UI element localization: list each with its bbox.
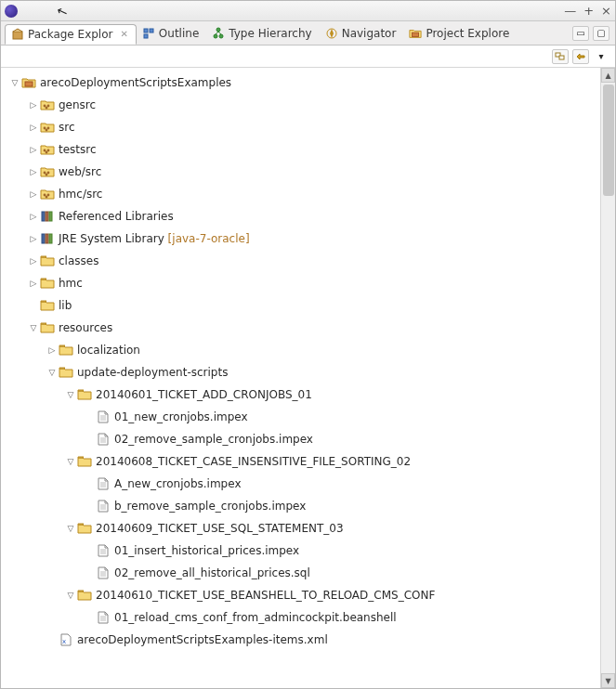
expand-twisty-icon[interactable]: ▷	[27, 235, 40, 243]
tree-node-label: JRE System Library [java-7-oracle]	[59, 233, 250, 244]
tree-node[interactable]: ▷web/src	[5, 161, 600, 183]
tree-node[interactable]: ▷Referenced Libraries	[5, 205, 600, 228]
tree-node-label: arecoDeploymentScriptsExamples-items.xml	[77, 634, 328, 645]
expand-twisty-icon[interactable]: ▽	[64, 525, 77, 533]
tree-node[interactable]: 02_remove_sample_cronjobs.impex	[5, 428, 600, 450]
tree-node-label: classes	[59, 255, 98, 266]
expand-twisty-icon[interactable]: ▷	[27, 257, 40, 266]
tree-node-label: 01_new_cronjobs.impex	[114, 411, 248, 422]
tab-navigator[interactable]: Navigator	[320, 23, 404, 44]
scroll-down-button[interactable]: ▼	[601, 673, 615, 688]
tree-node[interactable]: ▽arecoDeploymentScriptsExamples	[5, 72, 600, 94]
tree-node[interactable]: 02_remove_all_historical_prices.sql	[5, 562, 600, 584]
collapse-all-button[interactable]	[552, 49, 569, 64]
tree-node[interactable]: ▽resources	[5, 317, 600, 339]
tree-node[interactable]: arecoDeploymentScriptsExamples-items.xml	[5, 629, 600, 651]
tree-node[interactable]: b_remove_sample_cronjobs.impex	[5, 495, 600, 517]
tree-node-label: web/src	[59, 166, 101, 177]
tree-node[interactable]: lib	[5, 294, 600, 317]
tree-node[interactable]: ▷gensrc	[5, 94, 600, 116]
maximize-view-button[interactable]: ▢	[593, 26, 609, 41]
tab-type-hierarchy[interactable]: Type Hierarchy	[206, 23, 319, 44]
tab-label: Outline	[159, 27, 199, 40]
link-with-editor-button[interactable]	[572, 49, 589, 64]
tab-label: Navigator	[342, 27, 397, 40]
expand-twisty-icon[interactable]: ▽	[64, 458, 77, 466]
svg-rect-1	[559, 56, 564, 59]
view-toolbar: ▾	[1, 46, 615, 68]
tree-node-label: 20140609_TICKET_USE_SQL_STATEMENT_03	[96, 523, 344, 534]
expand-twisty-icon[interactable]: ▷	[27, 168, 40, 176]
expand-twisty-icon[interactable]: ▷	[27, 124, 40, 132]
tree-node[interactable]: ▷src	[5, 116, 600, 138]
tree-node[interactable]: 01_new_cronjobs.impex	[5, 406, 600, 428]
tree-node-label: hmc/src	[59, 188, 102, 200]
expand-twisty-icon[interactable]: ▽	[46, 369, 59, 377]
scroll-up-button[interactable]: ▲	[601, 68, 615, 83]
typeh-icon	[212, 27, 225, 40]
tree-node-label: testsrc	[59, 144, 97, 155]
titlebar[interactable]: ↖ — + ×	[1, 1, 615, 21]
expand-twisty-icon[interactable]: ▷	[27, 213, 40, 221]
expand-twisty-icon[interactable]: ▷	[27, 146, 40, 154]
tree-node[interactable]: ▷localization	[5, 339, 600, 361]
maximize-button[interactable]: +	[583, 4, 594, 18]
folder-icon	[40, 320, 55, 335]
minimize-view-button[interactable]: ▭	[572, 26, 589, 41]
project-icon	[409, 27, 422, 40]
tree-node-label: src	[59, 122, 75, 133]
tree-node[interactable]: ▷classes	[5, 250, 600, 272]
tree-node-label: 01_reload_cms_conf_from_admincockpit.bea…	[114, 612, 397, 623]
tree-node-label: Referenced Libraries	[59, 211, 174, 222]
tree-node[interactable]: 01_reload_cms_conf_from_admincockpit.bea…	[5, 606, 600, 629]
tree-node[interactable]: ▽20140601_TICKET_ADD_CRONJOBS_01	[5, 384, 600, 406]
tab-package-explor[interactable]: Package Explor✕	[5, 24, 137, 45]
eclipse-app-icon	[5, 5, 18, 18]
tree-node[interactable]: ▽20140609_TICKET_USE_SQL_STATEMENT_03	[5, 517, 600, 540]
minimize-button[interactable]: —	[564, 4, 576, 18]
tree-node[interactable]: ▷JRE System Library [java-7-oracle]	[5, 228, 600, 250]
tree-node[interactable]: 01_insert_historical_prices.impex	[5, 540, 600, 562]
tree-node-label: arecoDeploymentScriptsExamples	[40, 77, 231, 88]
tab-label: Package Explor	[28, 28, 112, 41]
tree-node[interactable]: ▷testsrc	[5, 138, 600, 161]
tree-node-label: gensrc	[59, 99, 96, 110]
window-controls: — + ×	[564, 4, 611, 18]
tree-node-label: 20140601_TICKET_ADD_CRONJOBS_01	[96, 389, 312, 400]
package-icon	[11, 28, 24, 41]
eclipse-window: ↖ — + × Package Explor✕OutlineType Hiera…	[0, 0, 616, 689]
tree-node-label: 01_insert_historical_prices.impex	[114, 545, 299, 556]
tree-node[interactable]: ▷hmc	[5, 272, 600, 294]
file-icon	[96, 610, 111, 625]
project-icon	[21, 75, 36, 90]
expand-twisty-icon[interactable]: ▽	[64, 391, 77, 399]
content-area: ▽arecoDeploymentScriptsExamples▷gensrc▷s…	[1, 68, 615, 688]
outline-icon	[142, 27, 155, 40]
expand-twisty-icon[interactable]: ▷	[27, 280, 40, 288]
tab-project-explore[interactable]: Project Explore	[403, 23, 517, 44]
tree-node[interactable]: ▽20140608_TICKET_CASE_INSENSITIVE_FILE_S…	[5, 450, 600, 473]
tree-node[interactable]: ▽20140610_TICKET_USE_BEANSHELL_TO_RELOAD…	[5, 584, 600, 606]
view-tabs: Package Explor✕OutlineType HierarchyNavi…	[1, 21, 615, 46]
close-button[interactable]: ×	[601, 4, 611, 18]
tabstrip-tools: ▭ ▢	[572, 26, 615, 41]
view-menu-button[interactable]: ▾	[593, 49, 609, 64]
expand-twisty-icon[interactable]: ▷	[27, 190, 40, 199]
expand-twisty-icon[interactable]: ▽	[27, 324, 40, 332]
tree-node[interactable]: A_new_cronjobs.impex	[5, 473, 600, 495]
expand-twisty-icon[interactable]: ▽	[8, 79, 21, 87]
tab-outline[interactable]: Outline	[137, 23, 206, 44]
tree-node-label: 02_remove_sample_cronjobs.impex	[114, 434, 313, 445]
expand-twisty-icon[interactable]: ▷	[27, 101, 40, 110]
package-explorer-tree[interactable]: ▽arecoDeploymentScriptsExamples▷gensrc▷s…	[1, 68, 600, 688]
close-tab-icon[interactable]: ✕	[120, 29, 127, 39]
tree-node[interactable]: ▽update-deployment-scripts	[5, 361, 600, 384]
tree-node-label: 20140608_TICKET_CASE_INSENSITIVE_FILE_SO…	[96, 456, 411, 467]
tab-label: Project Explore	[426, 27, 509, 40]
vertical-scrollbar[interactable]: ▲ ▼	[600, 68, 615, 688]
tree-node-label: 20140610_TICKET_USE_BEANSHELL_TO_RELOAD_…	[96, 590, 435, 601]
expand-twisty-icon[interactable]: ▷	[46, 346, 59, 355]
scroll-thumb[interactable]	[603, 84, 614, 196]
tree-node[interactable]: ▷hmc/src	[5, 183, 600, 205]
cursor-icon: ↖	[55, 2, 70, 20]
